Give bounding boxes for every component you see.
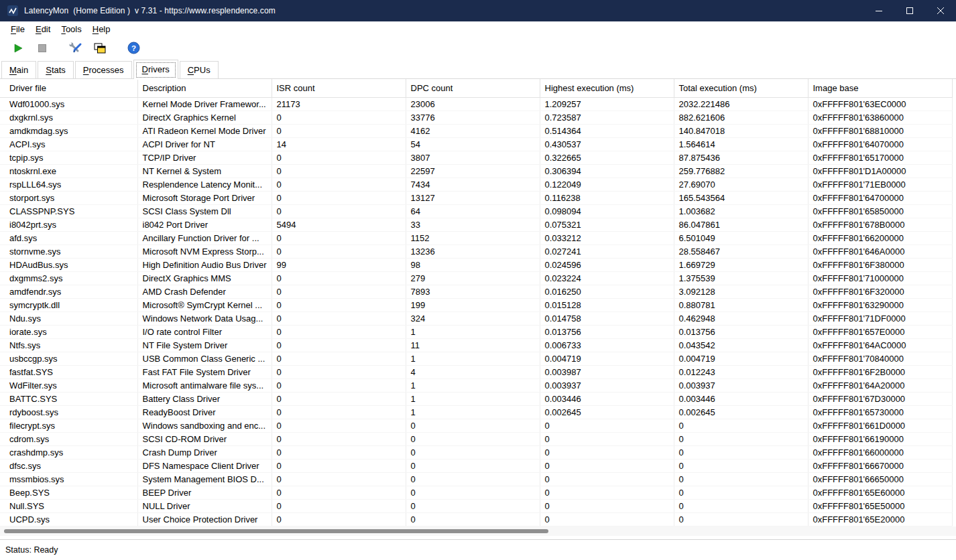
table-row[interactable]: amdkmdag.sys ATI Radeon Kernel Mode Driv… (0, 125, 956, 138)
cell-dpc-count: 1 (406, 406, 540, 419)
menu-help[interactable]: Help (87, 23, 116, 36)
table-row[interactable]: filecrypt.sys Windows sandboxing and enc… (0, 419, 956, 433)
table-row[interactable]: Ndu.sys Windows Network Data Usag... 0 3… (0, 312, 956, 326)
tab-drivers[interactable]: Drivers (133, 60, 178, 79)
cell-total-execution: 28.558467 (674, 245, 808, 259)
cell-filler (952, 259, 956, 272)
close-button[interactable] (925, 0, 956, 21)
tab-main[interactable]: Main (1, 61, 36, 79)
table-row[interactable]: dfsc.sys DFS Namespace Client Driver 0 0… (0, 460, 956, 473)
label-rest: ile (16, 24, 25, 34)
cell-isr-count: 0 (272, 393, 406, 406)
cell-driver-file: WdFilter.sys (0, 379, 137, 393)
scrollbar-thumb[interactable] (4, 529, 548, 533)
start-monitoring-button[interactable] (8, 39, 28, 58)
cell-image-base: 0xFFFFF801'646A0000 (808, 245, 952, 259)
cell-filler (952, 379, 956, 393)
table-row[interactable]: UCPD.sys User Choice Protection Driver 0… (0, 513, 956, 527)
table-row[interactable]: cdrom.sys SCSI CD-ROM Driver 0 0 0 0 0xF… (0, 433, 956, 446)
col-header-driver-file[interactable]: Driver file (0, 79, 137, 98)
col-header-image-base[interactable]: Image base (808, 79, 952, 98)
app-window: LatencyMon (Home Edition ) v 7.31 - http… (0, 0, 956, 560)
table-row[interactable]: Ntfs.sys NT File System Driver 0 11 0.00… (0, 339, 956, 352)
table-row[interactable]: symcryptk.dll Microsoft® SymCrypt Kernel… (0, 299, 956, 312)
table-row[interactable]: storport.sys Microsoft Storage Port Driv… (0, 192, 956, 205)
table-row[interactable]: HDAudBus.sys High Definition Audio Bus D… (0, 259, 956, 272)
cell-image-base: 0xFFFFF801'64070000 (808, 138, 952, 151)
cell-description: ReadyBoost Driver (137, 406, 272, 419)
table-row[interactable]: Wdf01000.sys Kernel Mode Driver Framewor… (0, 98, 956, 111)
table-row[interactable]: BATTC.SYS Battery Class Driver 0 1 0.003… (0, 393, 956, 406)
table-row[interactable]: rdyboost.sys ReadyBoost Driver 0 1 0.002… (0, 406, 956, 419)
col-header-description[interactable]: Description (137, 79, 272, 98)
maximize-icon (906, 7, 913, 14)
table-row[interactable]: tcpip.sys TCP/IP Driver 0 3807 0.322665 … (0, 151, 956, 165)
menu-file[interactable]: File (5, 23, 30, 36)
cell-highest-execution: 0.023224 (540, 272, 674, 285)
cell-description: User Choice Protection Driver (137, 513, 272, 527)
horizontal-scrollbar[interactable] (0, 527, 956, 536)
cell-driver-file: dfsc.sys (0, 460, 137, 473)
cell-total-execution: 2032.221486 (674, 98, 808, 111)
table-row[interactable]: ACPI.sys ACPI Driver for NT 14 54 0.4305… (0, 138, 956, 151)
cell-isr-count: 21173 (272, 98, 406, 111)
col-header-highest-execution[interactable]: Highest execution (ms) (540, 79, 674, 98)
table-row[interactable]: crashdmp.sys Crash Dump Driver 0 0 0 0 0… (0, 446, 956, 460)
cell-image-base: 0xFFFFF801'65170000 (808, 151, 952, 165)
cell-filler (952, 125, 956, 138)
cell-driver-file: dxgkrnl.sys (0, 111, 137, 125)
cell-isr-count: 14 (272, 138, 406, 151)
table-row[interactable]: WdFilter.sys Microsoft antimalware file … (0, 379, 956, 393)
col-header-total-execution[interactable]: Total execution (ms) (674, 79, 808, 98)
minimize-button[interactable] (863, 0, 894, 21)
options-button[interactable] (66, 39, 86, 58)
cell-dpc-count: 13236 (406, 245, 540, 259)
cell-highest-execution: 0.014758 (540, 312, 674, 326)
table-row[interactable]: iorate.sys I/O rate control Filter 0 1 0… (0, 326, 956, 339)
label-key: P (83, 65, 89, 75)
table-row[interactable]: dxgmms2.sys DirectX Graphics MMS 0 279 0… (0, 272, 956, 285)
stop-monitoring-button[interactable] (32, 39, 52, 58)
table-row[interactable]: dxgkrnl.sys DirectX Graphics Kernel 0 33… (0, 111, 956, 125)
copy-report-button[interactable] (90, 39, 110, 58)
label-key: D (142, 64, 148, 74)
col-header-dpc-count[interactable]: DPC count (406, 79, 540, 98)
cell-driver-file: Null.SYS (0, 500, 137, 513)
col-header-isr-count[interactable]: ISR count (272, 79, 406, 98)
cell-highest-execution: 0.098094 (540, 205, 674, 218)
cell-dpc-count: 23006 (406, 98, 540, 111)
table-row[interactable]: ntoskrnl.exe NT Kernel & System 0 22597 … (0, 165, 956, 178)
table-row[interactable]: rspLLL64.sys Resplendence Latency Monit.… (0, 178, 956, 192)
cell-image-base: 0xFFFFF801'6F2B0000 (808, 366, 952, 379)
table-row[interactable]: mssmbios.sys System Management BIOS D...… (0, 473, 956, 486)
table-row[interactable]: CLASSPNP.SYS SCSI Class System Dll 0 64 … (0, 205, 956, 218)
cell-filler (952, 460, 956, 473)
label-key: M (9, 65, 17, 75)
tab-processes[interactable]: Processes (75, 61, 132, 79)
cell-image-base: 0xFFFFF801'65E50000 (808, 500, 952, 513)
table-row[interactable]: i8042prt.sys i8042 Port Driver 5494 33 0… (0, 218, 956, 232)
label-rest: rivers (148, 64, 170, 74)
status-bar: Status: Ready (0, 539, 956, 560)
table-row[interactable]: usbccgp.sys USB Common Class Generic ...… (0, 352, 956, 366)
cell-description: Kernel Mode Driver Framewor... (137, 98, 272, 111)
menu-tools[interactable]: Tools (56, 23, 86, 36)
cell-driver-file: rdyboost.sys (0, 406, 137, 419)
tab-cpus[interactable]: CPUs (180, 61, 219, 79)
tab-stats[interactable]: Stats (38, 61, 74, 79)
cell-filler (952, 473, 956, 486)
table-row[interactable]: fastfat.SYS Fast FAT File System Driver … (0, 366, 956, 379)
table-row[interactable]: amdfendr.sys AMD Crash Defender 0 7893 0… (0, 285, 956, 299)
cell-dpc-count: 7434 (406, 178, 540, 192)
cell-isr-count: 0 (272, 151, 406, 165)
table-row[interactable]: afd.sys Ancillary Function Driver for ..… (0, 232, 956, 245)
table-row[interactable]: Beep.SYS BEEP Driver 0 0 0 0 0xFFFFF801'… (0, 486, 956, 500)
table-row[interactable]: Null.SYS NULL Driver 0 0 0 0 0xFFFFF801'… (0, 500, 956, 513)
table-row[interactable]: stornvme.sys Microsoft NVM Express Storp… (0, 245, 956, 259)
menu-edit[interactable]: Edit (30, 23, 56, 36)
help-button[interactable]: ? (123, 39, 143, 58)
cell-filler (952, 500, 956, 513)
maximize-button[interactable] (894, 0, 925, 21)
drivers-list: Driver file Description ISR count DPC co… (0, 79, 956, 527)
cell-isr-count: 0 (272, 285, 406, 299)
